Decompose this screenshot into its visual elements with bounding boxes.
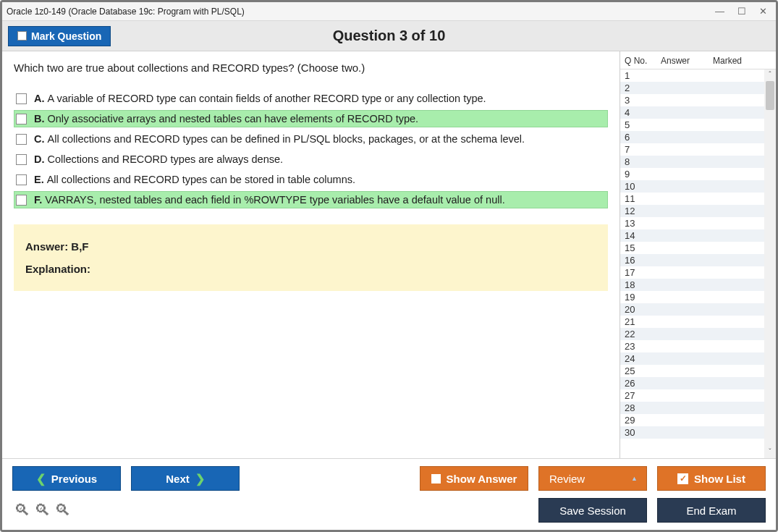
question-list-row[interactable]: 20 — [620, 303, 764, 316]
choice-letter: B. — [34, 113, 45, 124]
choice-row[interactable]: C. All collections and RECORD types can … — [14, 130, 608, 148]
end-exam-label: End Exam — [686, 504, 736, 517]
question-list-header: Q No. Answer Marked — [620, 51, 776, 69]
chevron-right-icon: ❯ — [195, 472, 205, 486]
save-session-label: Save Session — [559, 504, 626, 517]
end-exam-button[interactable]: End Exam — [657, 498, 766, 523]
question-list-row[interactable]: 3 — [620, 94, 764, 106]
choice-text: Only associative arrays and nested table… — [48, 113, 419, 124]
question-list-row[interactable]: 24 — [620, 352, 764, 365]
checkbox-icon — [431, 474, 441, 484]
question-rows[interactable]: 1234567891011121314151617181920212223242… — [620, 69, 764, 458]
question-content: Which two are true about collections and… — [2, 51, 620, 458]
question-list-row[interactable]: 6 — [620, 131, 764, 143]
choice-row[interactable]: A. A variable of RECORD type can contain… — [14, 90, 608, 107]
save-session-button[interactable]: Save Session — [538, 498, 647, 523]
choice-row[interactable]: D. Collections and RECORD types are alwa… — [14, 151, 608, 168]
question-list-row[interactable]: 8 — [620, 156, 764, 168]
scroll-up-icon[interactable]: ˆ — [764, 69, 776, 81]
previous-button[interactable]: ❮ Previous — [12, 466, 121, 491]
show-answer-button[interactable]: Show Answer — [420, 466, 528, 491]
question-list-row[interactable]: 18 — [620, 279, 764, 291]
review-label: Review — [549, 473, 585, 485]
question-list-row[interactable]: 22 — [620, 328, 764, 340]
choice-text: Collections and RECORD types are always … — [48, 153, 284, 165]
choice-letter: A. — [34, 93, 45, 104]
choice-checkbox[interactable] — [16, 195, 27, 206]
chevron-left-icon: ❮ — [36, 472, 46, 486]
question-list-row[interactable]: 21 — [620, 316, 764, 328]
question-list-row[interactable]: 1 — [620, 69, 764, 82]
question-list-row[interactable]: 13 — [620, 217, 764, 229]
choice-checkbox[interactable] — [16, 154, 27, 165]
show-list-label: Show List — [694, 473, 745, 485]
question-list-row[interactable]: 23 — [620, 340, 764, 352]
choice-letter: D. — [34, 153, 45, 165]
choice-letter: E. — [34, 174, 44, 185]
maximize-icon[interactable]: ☐ — [737, 6, 746, 17]
choice-text: A variable of RECORD type can contain fi… — [48, 93, 486, 104]
answer-block: Answer: B,F Explanation: — [14, 224, 608, 291]
choice-text: All collections and RECORD types can be … — [47, 174, 355, 185]
window-controls: — ☐ ✕ — [715, 6, 771, 17]
question-list-row[interactable]: 12 — [620, 205, 764, 217]
footer: ❮ Previous Next ❯ Show Answer Review ▲ ✓… — [2, 458, 776, 530]
choices-list: A. A variable of RECORD type can contain… — [14, 90, 608, 208]
checkbox-checked-icon: ✓ — [677, 473, 688, 484]
question-list-row[interactable]: 17 — [620, 266, 764, 279]
window-title: Oracle 1z0-149 (Oracle Database 19c: Pro… — [7, 7, 715, 17]
next-button[interactable]: Next ❯ — [131, 466, 240, 491]
question-list-row[interactable]: 4 — [620, 106, 764, 119]
col-answer: Answer — [661, 56, 713, 66]
review-button[interactable]: Review ▲ — [538, 466, 647, 491]
question-list-row[interactable]: 11 — [620, 193, 764, 205]
question-list-row[interactable]: 15 — [620, 242, 764, 254]
question-list-row[interactable]: 7 — [620, 143, 764, 156]
question-list-row[interactable]: 16 — [620, 254, 764, 266]
question-list-row[interactable]: 25 — [620, 365, 764, 377]
choice-row[interactable]: E. All collections and RECORD types can … — [14, 171, 608, 188]
main-area: Which two are true about collections and… — [2, 51, 776, 458]
scroll-thumb[interactable] — [766, 81, 774, 110]
checkbox-icon — [17, 31, 27, 41]
zoom-controls: 🔍︎ 🔍︎ 🔍︎ — [12, 501, 70, 520]
scroll-down-icon[interactable]: ˇ — [764, 447, 776, 458]
question-list-row[interactable]: 30 — [620, 426, 764, 439]
question-list-row[interactable]: 9 — [620, 168, 764, 180]
question-stem: Which two are true about collections and… — [14, 62, 608, 74]
question-list-row[interactable]: 2 — [620, 82, 764, 94]
choice-row[interactable]: F. VARRAYS, nested tables and each field… — [14, 191, 608, 208]
triangle-up-icon: ▲ — [631, 475, 638, 482]
question-list-row[interactable]: 26 — [620, 377, 764, 389]
zoom-out-icon[interactable]: 🔍︎ — [54, 501, 70, 520]
question-list-row[interactable]: 14 — [620, 229, 764, 242]
minimize-icon[interactable]: — — [715, 6, 724, 17]
choice-checkbox[interactable] — [16, 93, 27, 104]
question-list-row[interactable]: 10 — [620, 180, 764, 193]
explanation-label: Explanation: — [25, 263, 596, 275]
question-list-row[interactable]: 5 — [620, 119, 764, 131]
choice-text: All collections and RECORD types can be … — [48, 133, 525, 145]
scrollbar[interactable]: ˆ ˇ — [764, 69, 776, 458]
choice-checkbox[interactable] — [16, 134, 27, 145]
app-window: Oracle 1z0-149 (Oracle Database 19c: Pro… — [0, 0, 778, 532]
zoom-in-icon[interactable]: 🔍︎ — [14, 501, 30, 520]
close-icon[interactable]: ✕ — [759, 6, 767, 17]
footer-row-bottom: 🔍︎ 🔍︎ 🔍︎ Save Session End Exam — [12, 498, 766, 523]
col-qno: Q No. — [625, 56, 661, 66]
choice-checkbox[interactable] — [16, 174, 27, 185]
choice-checkbox[interactable] — [16, 114, 27, 124]
zoom-reset-icon[interactable]: 🔍︎ — [34, 501, 50, 520]
question-list-row[interactable]: 19 — [620, 291, 764, 303]
mark-question-button[interactable]: Mark Question — [8, 26, 111, 46]
question-list-row[interactable]: 28 — [620, 402, 764, 414]
footer-row-top: ❮ Previous Next ❯ Show Answer Review ▲ ✓… — [12, 466, 766, 491]
header-bar: Mark Question Question 3 of 10 — [2, 21, 776, 51]
title-bar: Oracle 1z0-149 (Oracle Database 19c: Pro… — [2, 2, 776, 21]
question-list-row[interactable]: 29 — [620, 414, 764, 426]
show-list-button[interactable]: ✓ Show List — [657, 466, 766, 491]
choice-letter: F. — [34, 194, 42, 206]
mark-question-label: Mark Question — [31, 30, 101, 42]
choice-row[interactable]: B. Only associative arrays and nested ta… — [14, 110, 608, 127]
question-list-row[interactable]: 27 — [620, 389, 764, 402]
